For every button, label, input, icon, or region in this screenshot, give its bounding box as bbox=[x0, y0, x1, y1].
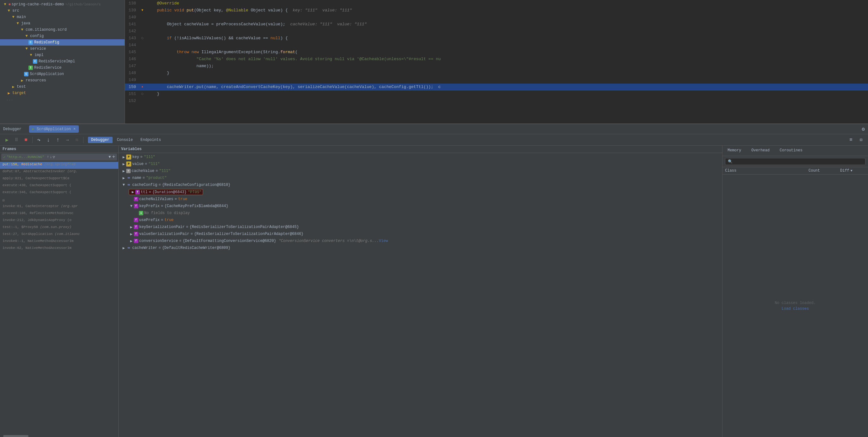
text-143a: (!isAllowNullValues() && cacheValue == bbox=[172, 36, 271, 40]
load-classes-link[interactable]: Load classes bbox=[782, 307, 809, 311]
step-over-button[interactable]: ↷ bbox=[34, 136, 43, 144]
var-item-nofields: i No fields to display bbox=[119, 210, 722, 216]
right-tab-memory[interactable]: Memory bbox=[722, 146, 746, 156]
frame-item-invoke212[interactable]: invoke:212, JdkDynamicAopProxy (o bbox=[0, 217, 118, 225]
line-content-143: if (!isAllowNullValues() && cacheValue =… bbox=[146, 35, 868, 42]
frame-item-test27[interactable]: test:27, ScrdApplication (com.itlaonc bbox=[0, 232, 118, 238]
toolbar-copy-btn[interactable]: ⊡ bbox=[857, 136, 865, 144]
tree-item-config[interactable]: ▼ config bbox=[0, 33, 125, 39]
var-item-key[interactable]: ▶ P key = "111" bbox=[119, 153, 722, 161]
tree-item-src[interactable]: ▼ src bbox=[0, 8, 125, 14]
var-toggle-ttl[interactable]: ▶ bbox=[130, 190, 135, 195]
var-item-name[interactable]: ▶ ∞ name = "product" bbox=[119, 174, 722, 181]
settings-icon[interactable]: ⚙ bbox=[862, 126, 865, 133]
var-item-useprefix[interactable]: ▶ f usePrefix = true bbox=[119, 216, 722, 224]
var-toggle-value[interactable]: ▶ bbox=[121, 162, 126, 167]
frame-item-execute430[interactable]: execute:430, CacheAspectSupport ( bbox=[0, 183, 118, 190]
thread-arrow-up[interactable]: ↑ bbox=[47, 155, 49, 159]
class-search-input[interactable] bbox=[725, 158, 865, 165]
step-into-button[interactable]: ↓ bbox=[44, 136, 53, 144]
pause-button[interactable]: ⏸ bbox=[12, 136, 21, 144]
tree-item-redisservice[interactable]: I RedisService bbox=[0, 65, 125, 71]
var-toggle-cachewriter[interactable]: ▶ bbox=[121, 246, 126, 251]
line-content-151: } bbox=[146, 91, 868, 97]
add-frame-btn[interactable]: + bbox=[112, 154, 115, 160]
var-toggle-valueser[interactable]: ▶ bbox=[129, 232, 134, 237]
var-toggle-keyprefix[interactable]: ▼ bbox=[129, 204, 134, 208]
var-item-keyprefix[interactable]: ▼ f keyPrefix = {CacheKeyPrefix$lambda@6… bbox=[119, 203, 722, 210]
var-toggle-cachevalue[interactable]: ▶ bbox=[121, 169, 126, 174]
tree-item-service[interactable]: ▼ service bbox=[0, 46, 125, 52]
frame-item-invoke62[interactable]: invoke:62, NativeMethodAccessorIm bbox=[0, 245, 118, 252]
frames-scrollbar[interactable] bbox=[0, 435, 118, 437]
var-toggle-name[interactable]: ▶ bbox=[121, 176, 126, 180]
var-item-convservice[interactable]: ▶ f conversionService = {DefaultFormatti… bbox=[119, 237, 722, 244]
tree-item-impl[interactable]: ▼ impl bbox=[0, 52, 125, 58]
var-toggle-key[interactable]: ▶ bbox=[121, 155, 126, 159]
tree-item-main[interactable]: ▼ main bbox=[0, 14, 125, 20]
var-view-link[interactable]: View bbox=[379, 239, 388, 243]
tree-item-resources[interactable]: ▶ resources bbox=[0, 77, 125, 84]
frame-item-invoke61[interactable]: invoke:61, CacheInterceptor (org.spr bbox=[0, 204, 118, 211]
right-panel-tabs: Memory Overhead Coroutines bbox=[722, 146, 868, 156]
tree-item-java[interactable]: ▼ java bbox=[0, 20, 125, 27]
tree-item-test[interactable]: ▶ test bbox=[0, 84, 125, 90]
annotation-override: @Override bbox=[147, 1, 179, 6]
sub-tab-endpoints[interactable]: Endpoints bbox=[137, 137, 164, 143]
stop-button[interactable]: ■ bbox=[22, 136, 30, 144]
frame-item-invoke0[interactable]: invoke0:-1, NativeMethodAccessorIm bbox=[0, 238, 118, 245]
line-num-138: 138 bbox=[125, 0, 139, 7]
var-item-cachewriter[interactable]: ▶ ∞ cacheWriter = {DefaultRedisCacheWrit… bbox=[119, 244, 722, 252]
var-item-cachevalue[interactable]: ▶ ≡ cacheValue = "111" bbox=[119, 168, 722, 174]
frame-item-execute346[interactable]: execute:346, CacheAspectSupport ( bbox=[0, 190, 118, 197]
var-eq-convservice: = bbox=[179, 239, 181, 243]
col-diff-sort[interactable]: ▼ bbox=[850, 169, 852, 173]
step-out-button[interactable]: ↑ bbox=[54, 136, 62, 144]
var-item-cachenullvalues[interactable]: ▶ f cacheNullValues = true bbox=[119, 196, 722, 203]
var-item-cacheconfig[interactable]: ▼ ∞ cacheConfig = {RedisCacheConfigurati… bbox=[119, 181, 722, 188]
run-to-cursor-button[interactable]: → bbox=[63, 136, 72, 144]
right-tab-overhead[interactable]: Overhead bbox=[746, 146, 775, 156]
thread-filter[interactable]: ▽ bbox=[53, 155, 55, 159]
var-toggle-cacheconfig[interactable]: ▼ bbox=[121, 183, 126, 187]
frames-scrollbar-thumb[interactable] bbox=[3, 435, 28, 437]
var-item-value[interactable]: ▶ P value = "111" bbox=[119, 161, 722, 168]
line-content-145: throw new IllegalArgumentException(Strin… bbox=[146, 49, 868, 56]
line-content-147: name)); bbox=[146, 63, 868, 70]
var-eq-name: = bbox=[143, 176, 145, 180]
debug-tab-scrdapp[interactable]: ▶ ScrdApplication × bbox=[29, 125, 79, 133]
frame-method-name-doput87: doPut:87, AbstractCacheInvoker bbox=[3, 169, 67, 173]
copy-icon[interactable]: ⊡ bbox=[3, 198, 8, 202]
var-item-ttl[interactable]: ▶ f ttl = {Duration@6843} "PT0S" bbox=[119, 188, 722, 196]
var-item-keyser[interactable]: ▶ f keySerializationPair = {RedisSeriali… bbox=[119, 224, 722, 231]
resume-button[interactable]: ▶ bbox=[3, 136, 11, 144]
tree-item-root[interactable]: ▼ ■ spring-cache-redis-demo ~/github/loa… bbox=[0, 1, 125, 8]
debug-tab-close[interactable]: × bbox=[73, 127, 75, 132]
var-toggle-keyser[interactable]: ▶ bbox=[129, 225, 134, 230]
line-num-140: 140 bbox=[125, 14, 139, 21]
frame-item-doput87[interactable]: doPut:87, AbstractCacheInvoker (org. bbox=[0, 169, 118, 176]
frame-method-put150: put:150, RedisCache (org.springfram bbox=[3, 163, 75, 166]
right-tab-coroutines[interactable]: Coroutines bbox=[775, 146, 808, 156]
thread-dropdown[interactable]: ✓ "http-n...RUNNING" ↑ ↓ ▽ ▼ + bbox=[1, 153, 117, 161]
var-toggle-convservice[interactable]: ▶ bbox=[129, 239, 134, 243]
sub-tab-debugger[interactable]: Debugger bbox=[88, 137, 113, 143]
dropdown-arrow[interactable]: ▼ bbox=[108, 155, 111, 159]
thread-arrow-down[interactable]: ↓ bbox=[50, 155, 52, 159]
frame-item-test-1[interactable]: test:-1, $Proxy58 (com.sun.proxy) bbox=[0, 225, 118, 232]
tree-item-scrdapplication[interactable]: C ScrdApplication bbox=[0, 71, 125, 77]
frame-item-put150[interactable]: put:150, RedisCache (org.springfram bbox=[0, 162, 118, 169]
debug-label: Debugger bbox=[3, 127, 22, 132]
var-item-valueser[interactable]: ▶ f valueSerializationPair = {RedisSeria… bbox=[119, 231, 722, 237]
frame-item-apply821[interactable]: apply:821, CacheAspectSupport$Ca bbox=[0, 176, 118, 183]
frame-method-name-execute346: execute:346, CacheAspectSupport ( bbox=[3, 190, 71, 194]
tree-item-target[interactable]: ▶ target bbox=[0, 90, 125, 96]
tree-item-pkg[interactable]: ▼ com.itlaonong.scrd bbox=[0, 27, 125, 33]
tree-item-redisserviceimpl[interactable]: C RedisServiceImpl bbox=[0, 58, 125, 65]
code-editor: 138 @Override 139 ▼ public void put(Obje… bbox=[125, 0, 868, 123]
tree-item-redisconfig[interactable]: C RedisConfig bbox=[0, 39, 125, 46]
frame-item-proceed186[interactable]: proceed:186, ReflectiveMethodInvoc bbox=[0, 211, 118, 217]
toolbar-list-view[interactable]: ≡ bbox=[846, 136, 855, 144]
sub-tab-console[interactable]: Console bbox=[114, 137, 136, 143]
evaluate-button[interactable]: ⊞ bbox=[72, 136, 81, 144]
